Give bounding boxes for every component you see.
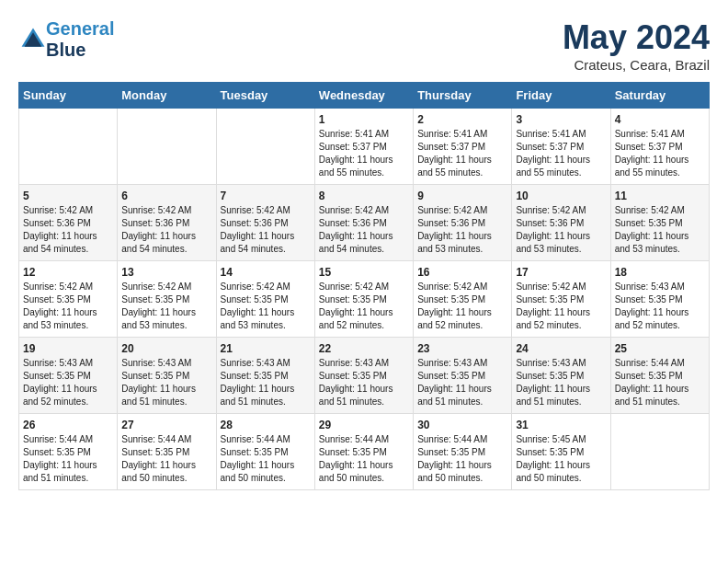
day-info: Sunrise: 5:44 AM Sunset: 5:35 PM Dayligh… — [121, 433, 211, 485]
header-wednesday: Wednesday — [314, 83, 413, 109]
day-number: 11 — [615, 190, 705, 202]
calendar-week-row: 26Sunrise: 5:44 AM Sunset: 5:35 PM Dayli… — [19, 414, 710, 490]
calendar-day-30: 30Sunrise: 5:44 AM Sunset: 5:35 PM Dayli… — [414, 414, 512, 490]
header-thursday: Thursday — [414, 83, 512, 109]
calendar-day-17: 17Sunrise: 5:42 AM Sunset: 5:35 PM Dayli… — [512, 261, 610, 338]
day-number: 12 — [23, 266, 113, 279]
title-block: May 2024 Crateus, Ceara, Brazil — [563, 18, 710, 73]
empty-cell — [118, 109, 216, 185]
calendar-day-4: 4Sunrise: 5:41 AM Sunset: 5:37 PM Daylig… — [610, 109, 709, 185]
day-info: Sunrise: 5:42 AM Sunset: 5:36 PM Dayligh… — [417, 204, 507, 256]
day-info: Sunrise: 5:41 AM Sunset: 5:37 PM Dayligh… — [615, 128, 705, 179]
day-info: Sunrise: 5:41 AM Sunset: 5:37 PM Dayligh… — [516, 128, 606, 179]
day-info: Sunrise: 5:43 AM Sunset: 5:35 PM Dayligh… — [417, 357, 507, 408]
day-number: 19 — [23, 342, 113, 355]
header-friday: Friday — [512, 83, 610, 109]
day-number: 9 — [417, 190, 507, 202]
calendar-day-21: 21Sunrise: 5:43 AM Sunset: 5:35 PM Dayli… — [216, 338, 314, 414]
calendar-day-6: 6Sunrise: 5:42 AM Sunset: 5:36 PM Daylig… — [118, 185, 216, 261]
logo-icon — [20, 27, 46, 52]
empty-cell — [216, 109, 314, 185]
day-info: Sunrise: 5:42 AM Sunset: 5:35 PM Dayligh… — [221, 281, 311, 332]
day-number: 2 — [417, 113, 507, 126]
day-info: Sunrise: 5:44 AM Sunset: 5:35 PM Dayligh… — [615, 357, 705, 408]
calendar-day-19: 19Sunrise: 5:43 AM Sunset: 5:35 PM Dayli… — [19, 338, 118, 414]
day-number: 23 — [417, 342, 507, 355]
day-info: Sunrise: 5:42 AM Sunset: 5:35 PM Dayligh… — [417, 281, 507, 332]
calendar-day-9: 9Sunrise: 5:42 AM Sunset: 5:36 PM Daylig… — [414, 185, 512, 261]
day-info: Sunrise: 5:43 AM Sunset: 5:35 PM Dayligh… — [221, 357, 311, 408]
day-info: Sunrise: 5:43 AM Sunset: 5:35 PM Dayligh… — [319, 357, 409, 408]
calendar-day-20: 20Sunrise: 5:43 AM Sunset: 5:35 PM Dayli… — [118, 338, 216, 414]
calendar-day-12: 12Sunrise: 5:42 AM Sunset: 5:35 PM Dayli… — [19, 261, 118, 338]
header-monday: Monday — [118, 83, 216, 109]
calendar-day-29: 29Sunrise: 5:44 AM Sunset: 5:35 PM Dayli… — [314, 414, 413, 490]
day-number: 14 — [221, 266, 311, 279]
day-number: 7 — [221, 190, 311, 202]
calendar-day-26: 26Sunrise: 5:44 AM Sunset: 5:35 PM Dayli… — [19, 414, 118, 490]
calendar-day-23: 23Sunrise: 5:43 AM Sunset: 5:35 PM Dayli… — [414, 338, 512, 414]
calendar-day-24: 24Sunrise: 5:43 AM Sunset: 5:35 PM Dayli… — [512, 338, 610, 414]
day-info: Sunrise: 5:41 AM Sunset: 5:37 PM Dayligh… — [319, 128, 409, 179]
calendar-day-2: 2Sunrise: 5:41 AM Sunset: 5:37 PM Daylig… — [414, 109, 512, 185]
day-number: 3 — [516, 113, 606, 126]
calendar-week-row: 12Sunrise: 5:42 AM Sunset: 5:35 PM Dayli… — [19, 261, 710, 338]
day-number: 6 — [121, 190, 211, 202]
day-number: 20 — [121, 342, 211, 355]
calendar-day-15: 15Sunrise: 5:42 AM Sunset: 5:35 PM Dayli… — [314, 261, 413, 338]
calendar-day-8: 8Sunrise: 5:42 AM Sunset: 5:36 PM Daylig… — [314, 185, 413, 261]
calendar-day-28: 28Sunrise: 5:44 AM Sunset: 5:35 PM Dayli… — [216, 414, 314, 490]
day-number: 24 — [516, 342, 606, 355]
day-number: 16 — [417, 266, 507, 279]
calendar-day-11: 11Sunrise: 5:42 AM Sunset: 5:35 PM Dayli… — [610, 185, 709, 261]
day-number: 30 — [417, 419, 507, 431]
day-info: Sunrise: 5:44 AM Sunset: 5:35 PM Dayligh… — [319, 433, 409, 485]
day-number: 31 — [516, 419, 606, 431]
calendar-header-row: SundayMondayTuesdayWednesdayThursdayFrid… — [19, 83, 710, 109]
day-info: Sunrise: 5:43 AM Sunset: 5:35 PM Dayligh… — [615, 281, 705, 332]
calendar-day-18: 18Sunrise: 5:43 AM Sunset: 5:35 PM Dayli… — [610, 261, 709, 338]
empty-cell — [610, 414, 709, 490]
calendar-day-5: 5Sunrise: 5:42 AM Sunset: 5:36 PM Daylig… — [19, 185, 118, 261]
day-info: Sunrise: 5:42 AM Sunset: 5:36 PM Dayligh… — [319, 204, 409, 256]
day-info: Sunrise: 5:42 AM Sunset: 5:35 PM Dayligh… — [121, 281, 211, 332]
calendar-day-13: 13Sunrise: 5:42 AM Sunset: 5:35 PM Dayli… — [118, 261, 216, 338]
logo-text-line2: Blue — [46, 40, 114, 61]
logo: General Blue — [18, 18, 114, 61]
day-number: 28 — [221, 419, 311, 431]
day-info: Sunrise: 5:42 AM Sunset: 5:35 PM Dayligh… — [615, 204, 705, 256]
day-info: Sunrise: 5:42 AM Sunset: 5:36 PM Dayligh… — [221, 204, 311, 256]
day-info: Sunrise: 5:42 AM Sunset: 5:35 PM Dayligh… — [516, 281, 606, 332]
day-info: Sunrise: 5:43 AM Sunset: 5:35 PM Dayligh… — [121, 357, 211, 408]
day-number: 8 — [319, 190, 409, 202]
empty-cell — [19, 109, 118, 185]
page-header: General Blue May 2024 Crateus, Ceara, Br… — [18, 18, 710, 73]
calendar-day-22: 22Sunrise: 5:43 AM Sunset: 5:35 PM Dayli… — [314, 338, 413, 414]
day-info: Sunrise: 5:45 AM Sunset: 5:35 PM Dayligh… — [516, 433, 606, 485]
day-number: 17 — [516, 266, 606, 279]
day-info: Sunrise: 5:44 AM Sunset: 5:35 PM Dayligh… — [221, 433, 311, 485]
day-number: 4 — [615, 113, 705, 126]
header-tuesday: Tuesday — [216, 83, 314, 109]
logo-text-line1: General — [46, 18, 114, 40]
calendar-day-16: 16Sunrise: 5:42 AM Sunset: 5:35 PM Dayli… — [414, 261, 512, 338]
day-number: 26 — [23, 419, 113, 431]
day-number: 13 — [121, 266, 211, 279]
day-info: Sunrise: 5:44 AM Sunset: 5:35 PM Dayligh… — [417, 433, 507, 485]
day-info: Sunrise: 5:44 AM Sunset: 5:35 PM Dayligh… — [23, 433, 113, 485]
calendar-day-14: 14Sunrise: 5:42 AM Sunset: 5:35 PM Dayli… — [216, 261, 314, 338]
day-info: Sunrise: 5:42 AM Sunset: 5:35 PM Dayligh… — [23, 281, 113, 332]
calendar-table: SundayMondayTuesdayWednesdayThursdayFrid… — [18, 82, 710, 490]
calendar-day-3: 3Sunrise: 5:41 AM Sunset: 5:37 PM Daylig… — [512, 109, 610, 185]
location: Crateus, Ceara, Brazil — [563, 57, 710, 73]
day-number: 22 — [319, 342, 409, 355]
calendar-day-10: 10Sunrise: 5:42 AM Sunset: 5:36 PM Dayli… — [512, 185, 610, 261]
day-number: 27 — [121, 419, 211, 431]
month-title: May 2024 — [563, 18, 710, 57]
calendar-day-27: 27Sunrise: 5:44 AM Sunset: 5:35 PM Dayli… — [118, 414, 216, 490]
calendar-day-1: 1Sunrise: 5:41 AM Sunset: 5:37 PM Daylig… — [314, 109, 413, 185]
header-saturday: Saturday — [610, 83, 709, 109]
day-info: Sunrise: 5:41 AM Sunset: 5:37 PM Dayligh… — [417, 128, 507, 179]
day-info: Sunrise: 5:43 AM Sunset: 5:35 PM Dayligh… — [23, 357, 113, 408]
day-number: 18 — [615, 266, 705, 279]
